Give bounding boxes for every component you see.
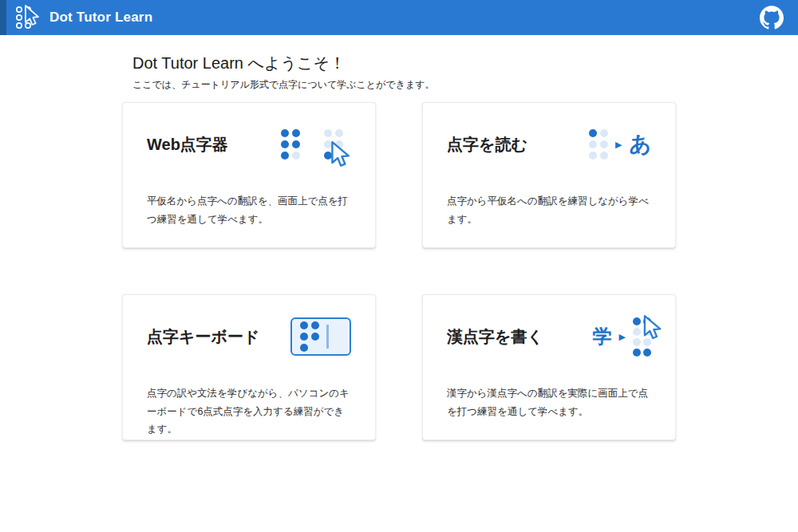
braille-dot-raised — [292, 129, 300, 137]
card-description: 漢字から漢点字への翻訳を実際に画面上で点を打つ練習を通して学べます。 — [447, 384, 651, 420]
braille-dot-raised — [281, 152, 289, 160]
main-content: Dot Tutor Learn へようこそ！ ここでは、チュートリアル形式で点字… — [122, 35, 676, 440]
card-description: 点字から平仮名への翻訳を練習しながら学べます。 — [447, 192, 651, 228]
arrow-right-icon: ▶ — [615, 140, 622, 149]
card-description: 平仮名から点字への翻訳を、画面上で点を打つ練習を通して学べます。 — [147, 192, 351, 228]
card-title: 点字キーボード — [147, 326, 259, 348]
braille-dot-empty — [335, 129, 343, 137]
card-braille-keyboard[interactable]: 点字キーボード 点字の訳や文法を学びながら、パソコンのキーボードで6点式点字を入… — [122, 294, 376, 440]
braille-cell — [589, 129, 608, 160]
braille-cell — [281, 129, 300, 160]
page-subtitle: ここでは、チュートリアル形式で点字について学ぶことができます。 — [132, 78, 676, 92]
braille-dot-empty — [589, 140, 597, 148]
braille-dot-empty — [600, 129, 608, 137]
kanji-source-char: 学 — [593, 327, 612, 346]
braille-dot-empty — [600, 140, 608, 148]
mouse-cursor-icon — [327, 141, 353, 170]
braille-dot-raised — [643, 349, 651, 357]
braille-cursor-logo-icon — [14, 4, 41, 31]
card-title: 点字を読む — [447, 134, 527, 156]
braille-dot-empty — [311, 344, 319, 352]
braille-dot-raised — [281, 129, 289, 137]
braille-dot-raised — [311, 333, 319, 341]
card-write-kantenji[interactable]: 漢点字を書く 学 ▶ 漢字から漢点字への翻訳を実際に画面上で点を打つ練習を通して… — [422, 294, 676, 440]
card-head: Web点字器 — [147, 103, 351, 186]
card-description: 点字の訳や文法を学びながら、パソコンのキーボードで6点式点字を入力する練習ができ… — [147, 384, 351, 439]
app-title: Dot Tutor Learn — [49, 10, 152, 26]
braille-dot-empty — [600, 152, 608, 160]
braille-dot-raised — [292, 140, 300, 148]
card-read-braille[interactable]: 点字を読む ▶ あ 点字から平仮名への翻訳を練習しながら学べます。 — [422, 102, 676, 248]
braille-dot-raised — [300, 344, 308, 352]
braille-cells-cursor-icon — [281, 129, 351, 160]
braille-dot-empty — [589, 152, 597, 160]
braille-cell8-cursor — [633, 317, 651, 357]
card-title: 漢点字を書く — [447, 326, 543, 348]
arrow-right-icon: ▶ — [619, 333, 626, 341]
braille-dot-raised — [281, 140, 289, 148]
card-head: 漢点字を書く 学 ▶ — [447, 295, 651, 378]
mouse-cursor-icon — [640, 315, 664, 342]
card-head: 点字を読む ▶ あ — [447, 103, 651, 186]
card-title: Web点字器 — [147, 134, 228, 156]
app-header: Dot Tutor Learn — [0, 0, 798, 35]
card-head: 点字キーボード — [147, 295, 351, 378]
app-logo-icon[interactable] — [13, 3, 41, 32]
page-title: Dot Tutor Learn へようこそ！ — [132, 53, 676, 74]
braille-dot-raised — [589, 129, 597, 137]
card-web-tenjiki[interactable]: Web点字器 平仮名から点字への翻訳を、画面上で点を打つ練習を通して学べます。 — [122, 102, 376, 248]
braille-dot-empty — [324, 129, 332, 137]
braille-dot-raised — [311, 321, 319, 329]
kana-result-char: あ — [629, 134, 651, 156]
github-icon — [760, 6, 784, 30]
braille-dot-raised — [300, 321, 308, 329]
header-edge-accent — [0, 0, 6, 35]
braille-dot-raised — [633, 349, 641, 357]
braille-cell — [300, 321, 319, 352]
github-link[interactable] — [760, 6, 784, 30]
braille-keyboard-icon — [290, 317, 351, 356]
text-caret-icon — [326, 325, 329, 349]
kanji-to-braille-icon: 学 ▶ — [593, 317, 651, 357]
tutorial-card-grid: Web点字器 平仮名から点字への翻訳を、画面上で点を打つ練習を通して学べます。 … — [122, 102, 676, 440]
braille-dot-raised — [300, 333, 308, 341]
braille-to-kana-icon: ▶ あ — [589, 129, 651, 160]
braille-dot-empty — [292, 152, 300, 160]
